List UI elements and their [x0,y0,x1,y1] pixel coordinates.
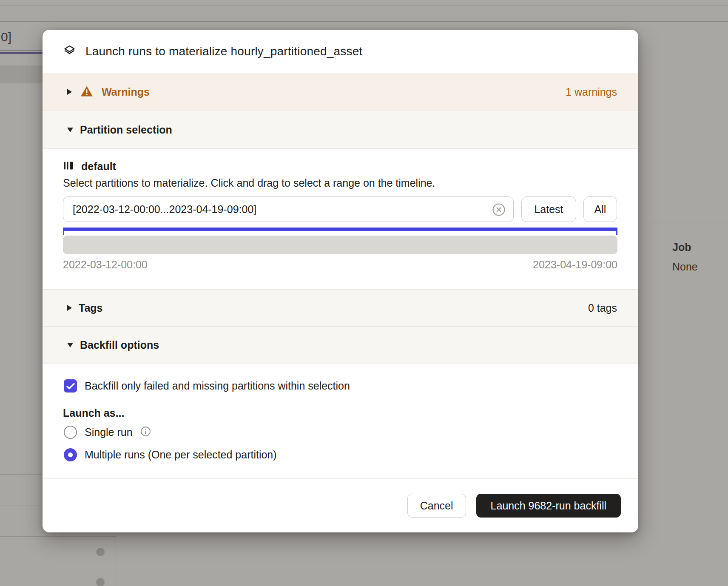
single-run-radio[interactable] [64,426,77,439]
warnings-label: Warnings [102,86,150,98]
launch-as-label: Launch as... [63,407,124,419]
partition-selection-body: default Select partitions to materialize… [43,149,638,289]
partition-selection-title: Partition selection [80,124,172,136]
backdrop-cell-divider [638,224,728,224]
info-icon[interactable] [140,426,151,438]
range-end-label: 2023-04-19-09:00 [533,259,617,271]
backdrop-partial-text: 0] [1,30,11,44]
selected-range-indicator [63,228,617,231]
backfill-options-section-header[interactable]: Backfill options [43,327,638,364]
backdrop-status-dot [96,548,105,556]
backdrop-row-divider [0,536,116,537]
cancel-button[interactable]: Cancel [407,494,466,518]
backdrop-job-value: None [672,261,698,273]
all-button[interactable]: All [583,196,617,222]
warning-triangle-icon [80,85,93,99]
launch-backfill-dialog: Launch runs to materialize hourly_partit… [43,30,638,532]
partition-timeline[interactable] [63,236,617,254]
dimension-name: default [81,160,116,173]
backdrop-row-divider [0,21,728,22]
tags-section-header[interactable]: Tags 0 tags [43,289,638,327]
backfill-only-failed-checkbox[interactable] [64,379,77,393]
clear-selection-icon[interactable] [492,203,506,216]
partition-range-value: [2022-03-12-00:00...2023-04-19-09:00] [73,203,256,216]
warnings-section-header[interactable]: Warnings 1 warnings [43,73,638,111]
backdrop-tab-underline [0,52,43,54]
backdrop-row-divider [0,474,43,475]
single-run-label: Single run [85,426,133,438]
backfill-options-title: Backfill options [80,339,159,351]
dialog-title: Launch runs to materialize hourly_partit… [85,45,362,58]
backdrop-status-dot [96,578,105,586]
backdrop-row-divider [0,506,43,506]
multiple-runs-label: Multiple runs (One per selected partitio… [85,449,277,461]
range-start-label: 2022-03-12-00:00 [63,259,148,271]
tags-title: Tags [79,302,103,314]
single-run-option: Single run [64,425,151,439]
backdrop-job-label: Job [672,241,691,253]
timeline-labels: 2022-03-12-00:00 2023-04-19-09:00 [63,259,617,271]
partition-selection-description: Select partitions to materialize. Click … [63,177,435,189]
backdrop-row-divider [0,567,116,567]
dimension-row: default [63,160,116,173]
chevron-down-icon [67,343,73,347]
partition-range-input[interactable]: [2022-03-12-00:00...2023-04-19-09:00] [63,196,514,222]
multiple-runs-radio[interactable] [64,448,77,461]
chevron-right-icon [67,89,72,95]
warnings-count: 1 warnings [566,86,617,98]
chevron-right-icon [67,305,72,311]
backdrop-row-divider [0,6,728,6]
backdrop-divider [0,50,43,51]
backdrop-cell-divider [638,289,728,289]
chevron-down-icon [67,128,73,132]
dialog-footer: Cancel Launch 9682-run backfill [43,478,638,532]
backfill-options-body: Backfill only failed and missing partiti… [43,364,638,478]
partition-selection-section-header[interactable]: Partition selection [43,111,638,149]
launch-backfill-button[interactable]: Launch 9682-run backfill [476,494,621,518]
latest-button[interactable]: Latest [521,196,576,222]
partition-set-icon [63,160,74,173]
backfill-only-failed-row: Backfill only failed and missing partiti… [64,379,350,393]
materialize-layers-icon [63,44,76,59]
multiple-runs-option: Multiple runs (One per selected partitio… [64,447,277,462]
tags-count: 0 tags [588,302,617,314]
dialog-header: Launch runs to materialize hourly_partit… [43,30,638,73]
backfill-only-failed-label: Backfill only failed and missing partiti… [85,380,350,392]
